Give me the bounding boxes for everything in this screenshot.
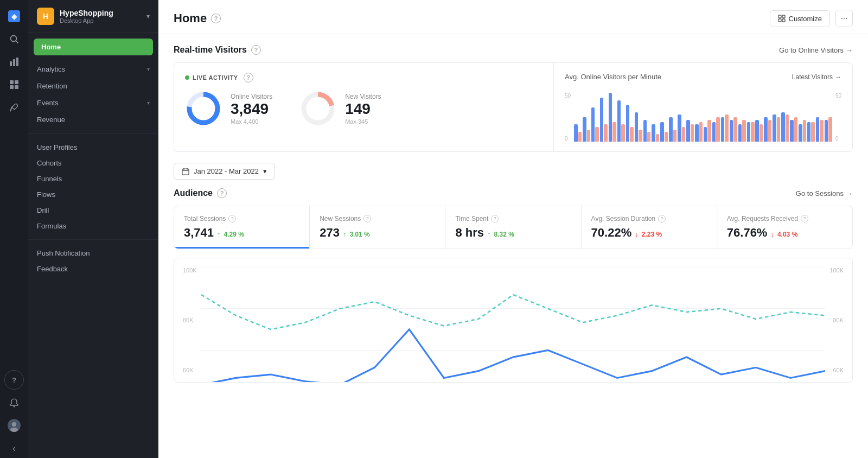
metric-help-total-sessions[interactable]: ? (228, 215, 236, 222)
audience-help-icon[interactable]: ? (217, 188, 227, 198)
app-header[interactable]: H HypeShopping Desktop App ▾ (28, 0, 158, 33)
online-visitors-label: Online Visitors (231, 93, 272, 100)
metric-help-avg-session-duration[interactable]: ? (658, 215, 666, 222)
go-to-online-visitors-link[interactable]: Go to Online Visitors → (779, 46, 853, 54)
metric-help-avg-requests[interactable]: ? (801, 215, 808, 222)
sidebar-item-user-profiles[interactable]: User Profiles (28, 139, 158, 155)
sidebar-item-analytics[interactable]: Analytics ▾ (28, 61, 158, 78)
bar-salmon (595, 127, 598, 142)
bar-pair (609, 93, 616, 142)
svg-line-11 (10, 107, 12, 111)
svg-rect-17 (782, 15, 785, 18)
main-content: Home ? Customize ··· Real-time Visitors … (158, 0, 868, 458)
bar-blue (738, 124, 742, 142)
question-icon[interactable]: ? (4, 370, 24, 390)
events-label: Events (37, 99, 147, 107)
bar-blue (626, 105, 629, 142)
line-chart-svg (201, 267, 825, 383)
bar-pair (686, 120, 694, 142)
new-visitors-donut (299, 90, 336, 127)
bar-pair (773, 114, 780, 142)
bar-blue (730, 120, 733, 142)
metric-change-avg-session-duration: 2.23 % (642, 231, 662, 238)
metric-card-avg-session-duration[interactable]: Avg. Session Duration ?70.22%↓2.23 % (582, 206, 717, 249)
sidebar-item-push-notification[interactable]: Push Notification (28, 245, 158, 261)
header-actions: Customize ··· (770, 10, 853, 27)
metric-label-time-spent: Time Spent ? (455, 215, 571, 222)
page-title: Home (174, 11, 207, 26)
bar-blue (799, 124, 802, 142)
bar-blue (773, 114, 776, 142)
latest-visitors-link[interactable]: Latest Visitors → (792, 73, 841, 81)
sidebar-item-feedback[interactable]: Feedback (28, 261, 158, 277)
sidebar-item-retention[interactable]: Retention (28, 78, 158, 94)
bar-pair (660, 122, 668, 142)
customize-button[interactable]: Customize (770, 10, 830, 27)
new-visitors-max: Max 345 (345, 118, 381, 125)
avatar-icon[interactable] (4, 416, 24, 435)
metric-change-time-spent: 8.32 % (494, 231, 514, 238)
realtime-title-row: Real-time Visitors ? (174, 45, 261, 55)
realtime-right-panel: Avg. Online Visitors per Minute Latest V… (554, 63, 852, 151)
live-help-icon[interactable]: ? (244, 73, 253, 82)
bar-pair (764, 117, 771, 142)
metric-label-total-sessions: Total Sessions ? (184, 215, 299, 222)
metric-value-avg-session-duration: 70.22%↓2.23 % (591, 226, 707, 240)
audience-metrics-row: Total Sessions ?3,741↑4.29 %New Sessions… (174, 206, 853, 249)
metric-help-new-sessions[interactable]: ? (363, 215, 371, 222)
bar-blue (712, 122, 716, 142)
bar-pair (704, 120, 711, 142)
date-filter-row: Jan 2022 - Mar 2022 ▾ (174, 163, 853, 180)
revenue-label: Revenue (37, 116, 150, 124)
realtime-help-icon[interactable]: ? (251, 45, 261, 55)
y-label-80k-right: 80K (829, 317, 844, 323)
analytics-arrow: ▾ (147, 66, 150, 72)
bar-salmon (725, 114, 728, 142)
bar-blue (660, 122, 663, 142)
audience-section-title: Audience (174, 188, 213, 198)
sidebar-item-cohorts[interactable]: Cohorts (28, 155, 158, 171)
retention-label: Retention (37, 82, 150, 90)
more-options-button[interactable]: ··· (835, 10, 853, 27)
realtime-left-panel: LIVE ACTIVITY ? Online Visitors (174, 63, 554, 151)
metric-card-time-spent[interactable]: Time Spent ?8 hrs↑8.32 % (445, 206, 581, 249)
wrench-icon[interactable] (4, 98, 24, 117)
live-text: LIVE ACTIVITY (193, 74, 238, 81)
visitors-row: Online Visitors 3,849 Max 4,400 (185, 90, 542, 127)
y-axis-min-right: 0 (835, 136, 841, 142)
sidebar-item-formulas[interactable]: Formulas (28, 218, 158, 234)
metric-value-new-sessions: 273↑3.01 % (320, 226, 435, 240)
sidebar-item-revenue[interactable]: Revenue (28, 111, 158, 128)
bar-salmon (803, 120, 806, 142)
icon-rail: ◈ ? ‹ (0, 0, 28, 458)
sidebar-item-funnels[interactable]: Funnels (28, 171, 158, 187)
bar-pair (712, 117, 720, 142)
bar-pair (669, 117, 676, 142)
go-to-sessions-link[interactable]: Go to Sessions → (796, 189, 853, 198)
date-range-picker[interactable]: Jan 2022 - Mar 2022 ▾ (174, 163, 275, 180)
search-icon[interactable] (4, 29, 24, 49)
sidebar-item-flows[interactable]: Flows (28, 187, 158, 202)
page-help-icon[interactable]: ? (211, 14, 221, 23)
metric-card-new-sessions[interactable]: New Sessions ?273↑3.01 % (310, 206, 445, 249)
metric-change-total-sessions: 4.29 % (224, 231, 244, 238)
metric-help-time-spent[interactable]: ? (491, 215, 499, 222)
bar-blue (678, 114, 681, 142)
home-nav-button[interactable]: Home (34, 39, 153, 55)
svg-point-14 (12, 422, 16, 427)
bar-salmon (673, 130, 676, 142)
metric-text-total-sessions: Total Sessions (184, 215, 226, 222)
metric-card-avg-requests[interactable]: Avg. Requests Received ?76.76%↓4.03 % (717, 206, 852, 249)
sidebar-item-drill[interactable]: Drill (28, 202, 158, 218)
bar-salmon (691, 124, 694, 142)
chart-icon[interactable] (4, 52, 24, 72)
realtime-section-title: Real-time Visitors (174, 45, 247, 55)
nav-home-section: Home (34, 39, 153, 55)
svg-rect-4 (10, 61, 12, 66)
collapse-sidebar-icon[interactable]: ‹ (4, 438, 24, 458)
grid-icon[interactable] (4, 75, 24, 94)
notification-icon[interactable] (4, 393, 24, 412)
metric-card-total-sessions[interactable]: Total Sessions ?3,741↑4.29 % (174, 206, 310, 249)
y-axis-max: 50 (565, 93, 571, 99)
sidebar-item-events[interactable]: Events ▾ (28, 94, 158, 111)
